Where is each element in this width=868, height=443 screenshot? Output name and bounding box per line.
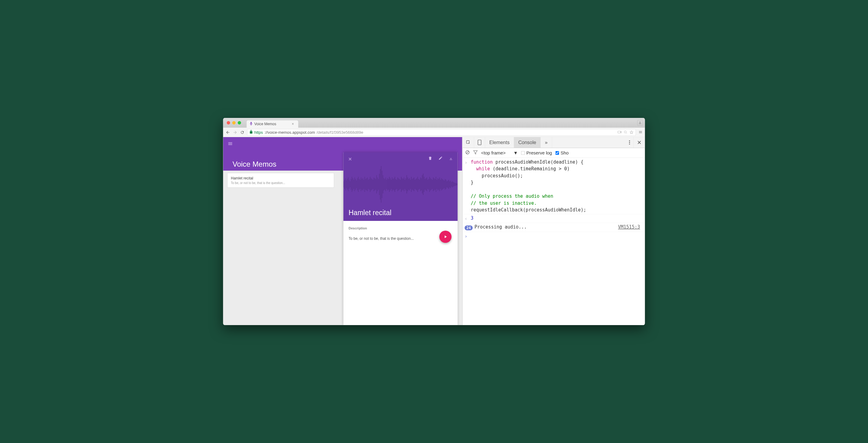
- svg-rect-32: [370, 177, 371, 192]
- svg-rect-96: [429, 179, 429, 190]
- play-fab[interactable]: [439, 231, 452, 243]
- clear-console-icon[interactable]: [465, 150, 470, 156]
- svg-rect-67: [402, 178, 403, 190]
- svg-rect-8: [348, 178, 349, 191]
- svg-rect-12: [352, 177, 352, 192]
- console-input-chevron-icon: ›: [465, 158, 471, 166]
- filter-icon[interactable]: [473, 150, 478, 156]
- svg-rect-80: [414, 178, 414, 191]
- profile-button[interactable]: [638, 120, 643, 125]
- download-icon[interactable]: [449, 156, 453, 161]
- svg-rect-45: [382, 171, 382, 198]
- close-detail-icon[interactable]: [348, 157, 352, 162]
- back-button[interactable]: [226, 130, 230, 135]
- devtools-close-icon[interactable]: [634, 137, 645, 148]
- svg-rect-38: [375, 179, 376, 190]
- tab-console[interactable]: Console: [514, 137, 540, 148]
- browser-tab[interactable]: Voice Memos ×: [247, 120, 299, 128]
- bookmark-star-icon[interactable]: [629, 130, 633, 135]
- svg-rect-26: [365, 177, 365, 192]
- tab-title: Voice Memos: [254, 122, 276, 126]
- svg-rect-98: [430, 178, 431, 190]
- svg-rect-17: [356, 181, 357, 188]
- camera-icon[interactable]: [618, 130, 622, 134]
- preserve-log-checkbox[interactable]: Preserve log: [521, 150, 552, 155]
- show-checkbox[interactable]: Sho: [555, 150, 569, 155]
- svg-rect-31: [369, 179, 370, 190]
- lock-icon: [249, 130, 253, 135]
- memo-item-description: To be, or not to be, that is the questio…: [231, 181, 331, 185]
- close-window-button[interactable]: [227, 121, 230, 125]
- description-text: To be, or not to be, that is the questio…: [349, 236, 453, 241]
- url-input[interactable]: https ://voice-memos.appspot.com /detail…: [247, 129, 636, 136]
- svg-rect-5: [345, 178, 346, 190]
- memo-list: Hamlet recital To be, or not to be, that…: [227, 173, 334, 188]
- svg-rect-83: [416, 178, 417, 190]
- svg-rect-93: [426, 178, 426, 190]
- console-prompt-row[interactable]: ›: [463, 232, 645, 241]
- console-result: 3: [471, 215, 474, 221]
- preserve-log-input[interactable]: [521, 151, 525, 155]
- zoom-icon[interactable]: [624, 130, 627, 134]
- content-area: Voice Memos Hamlet recital To be, or not…: [223, 137, 645, 325]
- delete-icon[interactable]: [428, 156, 432, 161]
- svg-rect-15: [354, 178, 355, 191]
- svg-rect-62: [398, 178, 398, 191]
- svg-rect-57: [393, 179, 394, 190]
- devtools-tab-bar: Elements Console »: [463, 137, 645, 148]
- edit-icon[interactable]: [439, 156, 443, 161]
- show-input[interactable]: [555, 151, 559, 155]
- tab-more[interactable]: »: [540, 137, 552, 148]
- hamburger-icon[interactable]: [228, 141, 233, 147]
- svg-rect-48: [385, 179, 385, 190]
- svg-rect-104: [436, 177, 436, 192]
- svg-rect-22: [361, 178, 362, 191]
- svg-rect-99: [431, 179, 432, 190]
- svg-rect-79: [413, 178, 413, 190]
- svg-rect-82: [416, 179, 416, 190]
- svg-rect-70: [405, 180, 405, 189]
- execution-context-selector[interactable]: <top frame> ▼: [481, 150, 518, 155]
- svg-rect-75: [409, 178, 410, 190]
- svg-rect-64: [399, 179, 400, 190]
- svg-rect-41: [378, 179, 379, 190]
- svg-point-1: [624, 131, 626, 133]
- tab-close-icon[interactable]: ×: [292, 122, 294, 126]
- svg-rect-51: [388, 178, 388, 190]
- log-source-link[interactable]: VM1515:3: [618, 224, 643, 231]
- svg-rect-14: [353, 180, 354, 189]
- svg-rect-112: [443, 180, 444, 189]
- maximize-window-button[interactable]: [238, 121, 241, 125]
- svg-point-130: [479, 144, 480, 145]
- svg-rect-121: [452, 182, 452, 187]
- console-log-row: 24 Processing audio... VM1515:3: [463, 223, 645, 232]
- inspect-element-icon[interactable]: [463, 137, 474, 148]
- svg-rect-7: [347, 179, 348, 190]
- chrome-menu-button[interactable]: [639, 130, 643, 135]
- svg-rect-28: [366, 178, 367, 190]
- svg-rect-42: [379, 174, 380, 195]
- tab-elements[interactable]: Elements: [485, 137, 514, 148]
- url-host: ://voice-memos.appspot.com: [265, 130, 315, 135]
- svg-rect-55: [391, 180, 392, 189]
- svg-rect-91: [424, 177, 425, 192]
- svg-rect-105: [437, 180, 437, 189]
- svg-rect-119: [450, 181, 450, 187]
- reload-button[interactable]: [240, 130, 245, 135]
- console-body[interactable]: › function processAudioWhenIdle(deadline…: [463, 158, 645, 325]
- svg-rect-60: [396, 179, 396, 190]
- svg-rect-97: [429, 177, 430, 192]
- forward-button[interactable]: [233, 130, 238, 135]
- detail-title: Hamlet recital: [349, 208, 392, 217]
- svg-rect-106: [438, 178, 438, 190]
- minimize-window-button[interactable]: [232, 121, 236, 125]
- url-protocol: https: [254, 130, 263, 135]
- memo-list-item[interactable]: Hamlet recital To be, or not to be, that…: [227, 173, 334, 188]
- svg-rect-68: [403, 179, 404, 190]
- device-mode-icon[interactable]: [474, 137, 485, 148]
- detail-hero: Hamlet recital: [344, 152, 458, 221]
- svg-rect-16: [355, 179, 356, 190]
- devtools-menu-icon[interactable]: [626, 137, 634, 148]
- svg-rect-125: [455, 183, 456, 186]
- preserve-log-label: Preserve log: [526, 150, 552, 155]
